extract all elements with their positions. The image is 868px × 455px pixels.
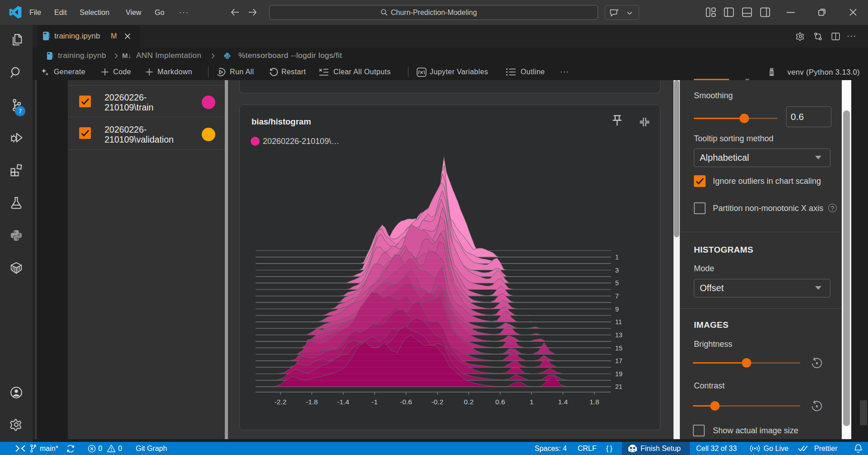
- svg-text:3: 3: [615, 267, 619, 274]
- svg-text:-1.8: -1.8: [306, 398, 318, 406]
- svg-text:0.6: 0.6: [495, 398, 505, 406]
- svg-text:17: 17: [615, 357, 622, 364]
- svg-text:11: 11: [615, 318, 622, 326]
- svg-text:0.2: 0.2: [464, 398, 474, 406]
- svg-text:1: 1: [615, 254, 619, 261]
- svg-text:15: 15: [615, 345, 622, 352]
- svg-text:-2.2: -2.2: [275, 398, 287, 406]
- svg-text:-0.2: -0.2: [432, 398, 444, 406]
- svg-text:1.8: 1.8: [589, 398, 599, 406]
- svg-text:-0.6: -0.6: [400, 398, 412, 406]
- svg-text:13: 13: [615, 331, 622, 339]
- svg-text:5: 5: [615, 279, 619, 287]
- svg-text:1.4: 1.4: [558, 398, 568, 406]
- svg-text:19: 19: [615, 370, 622, 378]
- svg-text:-1: -1: [371, 398, 378, 406]
- svg-text:7: 7: [615, 292, 619, 300]
- svg-text:1: 1: [530, 398, 534, 406]
- svg-text:-1.4: -1.4: [337, 398, 349, 406]
- svg-text:9: 9: [615, 306, 619, 313]
- svg-text:21: 21: [615, 383, 622, 390]
